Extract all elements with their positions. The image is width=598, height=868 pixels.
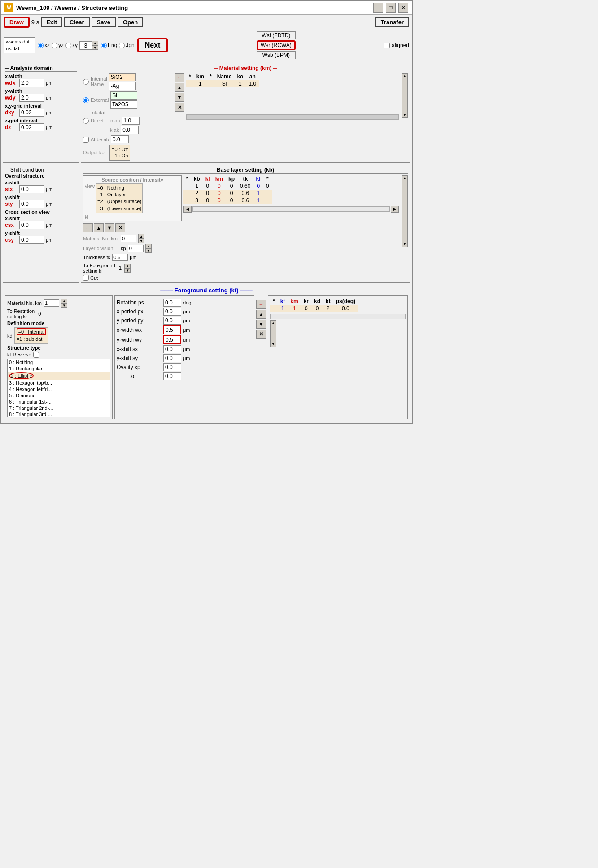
base-down-arrow[interactable]: ▼ <box>105 223 114 232</box>
mat-no-down[interactable]: ▼ <box>138 239 144 243</box>
lang-eng-radio[interactable] <box>101 43 107 48</box>
struct-item-3[interactable]: 3 : Hexagon top/b... <box>8 380 110 386</box>
base-scroll-down[interactable]: ▼ <box>402 242 407 247</box>
mat-no-up[interactable]: ▲ <box>138 234 144 239</box>
sty-input[interactable] <box>19 200 44 208</box>
structure-list[interactable]: 0 : Nothing 1 : Rectangular 2 : Elliptic… <box>7 359 110 417</box>
kp-up[interactable]: ▲ <box>145 244 152 248</box>
reverse-checkbox[interactable] <box>33 352 39 358</box>
fg-down-arrow[interactable]: ▼ <box>256 320 266 329</box>
mat-x-btn[interactable]: ✕ <box>175 103 184 112</box>
external-radio[interactable] <box>83 97 89 103</box>
km-scroll-down[interactable]: ▼ <box>402 113 407 117</box>
view-xy-radio[interactable] <box>65 43 71 48</box>
kf-scroll-down[interactable]: ▼ <box>271 342 275 347</box>
fg-xq-input[interactable] <box>163 372 181 380</box>
clear-button[interactable]: Clear <box>64 17 90 27</box>
struct-item-6[interactable]: 6 : Triangular 1st-... <box>8 399 110 405</box>
cut-checkbox[interactable] <box>83 275 89 281</box>
save-button[interactable]: Save <box>92 17 116 27</box>
wdx-input[interactable] <box>19 79 44 87</box>
fg-ywidth-input[interactable] <box>163 335 181 344</box>
kp-down[interactable]: ▼ <box>145 248 152 253</box>
open-button[interactable]: Open <box>118 17 143 27</box>
external-val1-input[interactable] <box>110 91 137 100</box>
abbe-input[interactable] <box>111 135 129 143</box>
base-scroll-up[interactable]: ▲ <box>402 176 407 181</box>
km-scroll-up[interactable]: ▲ <box>402 74 407 78</box>
dxy-input[interactable] <box>19 108 44 117</box>
base-x-btn[interactable]: ✕ <box>115 223 125 232</box>
exit-button[interactable]: Exit <box>41 17 62 27</box>
fg-rotation-input[interactable] <box>163 299 181 307</box>
wdy-input[interactable] <box>19 94 44 102</box>
close-button[interactable]: ✕ <box>398 3 408 13</box>
csy-input[interactable] <box>19 236 44 244</box>
fg-up-arrow[interactable]: ▲ <box>256 310 266 319</box>
view-yz-radio[interactable] <box>52 43 57 48</box>
view-num-down[interactable]: ▼ <box>92 45 98 50</box>
fg-matno-input[interactable] <box>44 299 59 307</box>
thickness-input[interactable] <box>112 254 128 261</box>
abbe-checkbox[interactable] <box>83 137 89 143</box>
mat-left-arrow[interactable]: ← <box>175 73 184 82</box>
kf-scroll-up[interactable]: ▲ <box>271 321 275 326</box>
km-vscrollbar[interactable]: ▲ ▼ <box>402 73 408 118</box>
wsb-button[interactable]: Wsb (BPM) <box>257 51 296 59</box>
base-hscroll-right[interactable]: ► <box>391 206 399 213</box>
next-button[interactable]: Next <box>137 38 168 52</box>
fg-matno-up[interactable]: ▲ <box>61 299 67 303</box>
csx-input[interactable] <box>19 221 44 229</box>
aligned-checkbox[interactable] <box>384 43 390 48</box>
internal-name1-input[interactable] <box>109 73 136 81</box>
kf-hscrollbar[interactable] <box>270 314 406 319</box>
struct-item-4[interactable]: 4 : Hexagon left/ri... <box>8 386 110 392</box>
internal-radio[interactable] <box>83 79 89 85</box>
k-input[interactable] <box>121 126 139 134</box>
kp-input[interactable] <box>128 245 144 252</box>
struct-item-0[interactable]: 0 : Nothing <box>8 359 110 365</box>
mat-no-km-input[interactable] <box>121 235 136 242</box>
external-val2-input[interactable] <box>110 100 137 108</box>
base-vscrollbar[interactable]: ▲ ▼ <box>402 175 408 247</box>
fg-x-btn[interactable]: ✕ <box>256 330 266 339</box>
draw-button[interactable]: Draw <box>4 17 30 28</box>
base-hscrollbar[interactable] <box>192 206 390 212</box>
view-num-input[interactable] <box>79 41 92 50</box>
maximize-button[interactable]: □ <box>386 3 396 13</box>
dz-input[interactable] <box>19 123 44 131</box>
to-fg-up[interactable]: ▲ <box>124 264 131 268</box>
transfer-button[interactable]: Transfer <box>375 17 409 27</box>
mat-down-arrow[interactable]: ▼ <box>175 93 184 102</box>
wsr-button[interactable]: Wsr (RCWA) <box>257 40 296 50</box>
minimize-button[interactable]: ─ <box>373 3 383 13</box>
struct-item-8[interactable]: 8 : Triangular 3rd-... <box>8 411 110 417</box>
stx-input[interactable] <box>19 185 44 193</box>
fg-xshift-input[interactable] <box>163 345 181 353</box>
fg-xperiod-input[interactable] <box>163 308 181 316</box>
wsf-button[interactable]: Wsf (FDTD) <box>257 31 296 39</box>
kf-vscrollbar[interactable]: ▲ ▼ <box>270 320 276 347</box>
struct-item-7[interactable]: 7 : Triangular 2nd-... <box>8 405 110 411</box>
to-fg-down[interactable]: ▼ <box>124 268 131 273</box>
fg-left-arrow[interactable]: ← <box>256 300 266 309</box>
base-hscroll-left[interactable]: ◄ <box>183 206 192 213</box>
view-num-up[interactable]: ▲ <box>92 41 98 45</box>
struct-item-1[interactable]: 1 : Rectangular <box>8 365 110 372</box>
fg-yperiod-input[interactable] <box>163 317 181 325</box>
struct-item-5[interactable]: 5 : Diamond <box>8 392 110 399</box>
lang-jpn-radio[interactable] <box>119 43 125 48</box>
view-xz-radio[interactable] <box>38 43 44 48</box>
base-up-arrow[interactable]: ▲ <box>94 223 104 232</box>
direct-radio[interactable] <box>83 118 89 124</box>
internal-name2-input[interactable] <box>109 82 136 90</box>
fg-ovality-input[interactable] <box>163 363 181 371</box>
n-input[interactable] <box>122 117 140 125</box>
fg-matno-down[interactable]: ▼ <box>61 303 67 308</box>
fg-yshift-input[interactable] <box>163 354 181 362</box>
km-hscrollbar[interactable] <box>186 114 399 120</box>
struct-item-2[interactable]: 2 : Elliptic <box>8 372 110 380</box>
base-left-arrow[interactable]: ← <box>83 223 93 232</box>
mat-up-arrow[interactable]: ▲ <box>175 83 184 92</box>
fg-xwidth-input[interactable] <box>163 326 181 334</box>
